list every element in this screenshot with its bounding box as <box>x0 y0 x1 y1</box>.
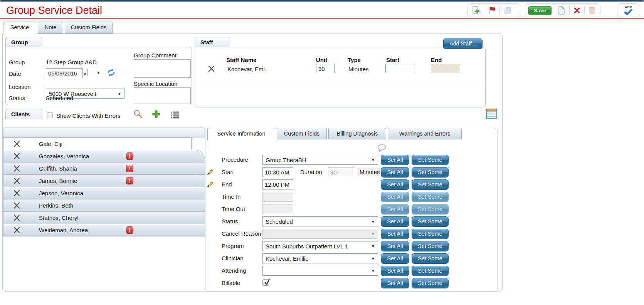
clinician-label: Clinician <box>222 255 244 261</box>
tab-detail-custom-fields[interactable]: Custom Fields <box>277 128 327 139</box>
form-row-cancel-reason: Cancel Reason ▼ Set All Set Some <box>207 229 450 239</box>
client-row[interactable]: Perkins, Beth ! <box>3 199 205 212</box>
form-row-time-out: Time Out Set All Set Some <box>207 204 450 215</box>
remove-client-icon[interactable] <box>13 165 20 173</box>
set-some-button[interactable]: Set Some <box>412 167 449 178</box>
set-some-button[interactable]: Set Some <box>412 216 449 227</box>
set-all-button[interactable]: Set All <box>381 179 409 190</box>
copy-icon[interactable] <box>502 5 513 16</box>
client-list: Gale, Ciji ! Gonzales, Veronica ! Griffi… <box>3 138 206 236</box>
chevron-down-icon: ▼ <box>118 92 121 96</box>
billable-checkbox[interactable] <box>262 279 269 286</box>
delete-trash-icon[interactable] <box>587 5 597 16</box>
clinician-select[interactable]: Kochevar, Emilie ▼ <box>262 253 378 263</box>
start-time-input[interactable] <box>262 167 293 177</box>
program-select[interactable]: South Suburbs Outpatient LVL 1 ▼ <box>262 241 378 251</box>
client-row[interactable]: Gonzales, Veronica ! <box>3 150 205 163</box>
page-title: Group Service Detail <box>6 5 102 17</box>
show-errors-checkbox[interactable] <box>47 112 53 118</box>
cancel-x-icon[interactable] <box>572 5 582 16</box>
tab-billing-diagnosis[interactable]: Billing Diagnosis <box>328 128 386 139</box>
staff-col-unit: Unit <box>316 57 327 63</box>
tab-note[interactable]: Note <box>38 22 63 34</box>
time-out-input <box>262 204 293 214</box>
add-client-icon[interactable] <box>152 110 161 120</box>
client-row[interactable]: Griffith, Shania ! <box>3 162 205 175</box>
set-all-button[interactable]: Set All <box>381 253 409 264</box>
pen-icon <box>207 169 214 177</box>
set-all-button[interactable]: Set All <box>381 278 409 288</box>
save-button[interactable]: Save <box>528 6 552 15</box>
remove-client-icon[interactable] <box>13 202 20 210</box>
set-all-button[interactable]: Set All <box>381 229 409 239</box>
refresh-icon[interactable] <box>107 69 116 78</box>
show-errors-label: Show Clients With Errors <box>56 112 121 119</box>
status-select[interactable]: Scheduled ▼ <box>262 216 378 226</box>
attending-select[interactable]: ▼ <box>262 266 378 276</box>
remove-client-icon[interactable] <box>13 153 20 161</box>
set-some-button[interactable]: Set Some <box>412 179 449 190</box>
print-preview-icon[interactable] <box>471 5 481 16</box>
end-time-input[interactable] <box>262 179 293 189</box>
client-row[interactable]: Gale, Ciji ! <box>3 137 192 150</box>
tab-service-information[interactable]: Service Information <box>207 128 275 140</box>
client-row[interactable]: James, Bonnie ! <box>3 174 205 187</box>
procedure-select[interactable]: Group TheraBH ▼ <box>262 155 378 165</box>
search-icon[interactable] <box>133 109 143 121</box>
set-all-button[interactable]: Set All <box>381 167 409 178</box>
chevron-down-icon: ▼ <box>371 244 375 248</box>
tab-service[interactable]: Service <box>3 22 36 34</box>
group-link[interactable]: 12 Step Group A&D <box>46 59 97 65</box>
date-input[interactable] <box>46 68 83 78</box>
calendar-picker-icon[interactable] <box>87 69 87 76</box>
new-document-icon[interactable] <box>557 5 567 16</box>
flag-icon[interactable] <box>486 5 497 16</box>
date-label: Date <box>9 70 21 77</box>
spellcheck-icon[interactable]: ABC <box>623 5 634 16</box>
procedure-label: Procedure <box>222 156 248 163</box>
set-all-button[interactable]: Set All <box>381 266 409 276</box>
status-label: Status <box>9 95 25 101</box>
add-staff-button[interactable]: Add Staff... <box>443 39 483 49</box>
remove-client-icon[interactable] <box>13 190 20 198</box>
client-name: Gonzales, Veronica <box>39 153 89 159</box>
set-some-button[interactable]: Set Some <box>412 253 449 264</box>
remove-client-icon[interactable] <box>13 227 20 235</box>
remove-client-icon[interactable] <box>13 215 20 223</box>
set-all-button: Set All <box>381 192 409 202</box>
set-some-button[interactable]: Set Some <box>412 155 449 165</box>
remove-staff-icon[interactable] <box>208 65 215 74</box>
pen-icon <box>207 181 214 189</box>
staff-start-input[interactable] <box>385 64 416 73</box>
set-some-button[interactable]: Set Some <box>412 278 449 288</box>
tab-warnings-and-errors[interactable]: Warnings and Errors <box>388 128 462 139</box>
set-some-button[interactable]: Set Some <box>412 241 449 251</box>
client-row[interactable]: Weideman, Andrea ! <box>3 224 205 236</box>
calendar-caret-icon[interactable]: ▼ <box>97 71 100 75</box>
calendar-view-icon[interactable] <box>486 109 497 119</box>
client-name: Weideman, Andrea <box>39 227 88 233</box>
comment-bubble-icon[interactable] <box>377 144 387 154</box>
remove-client-icon[interactable] <box>13 178 20 186</box>
list-view-icon[interactable] <box>170 111 179 120</box>
form-row-start: Start Duration Minutes Set All Set Some <box>207 167 450 178</box>
remove-client-icon[interactable] <box>13 141 20 149</box>
duration-label: Duration <box>300 169 322 175</box>
status-value: Scheduled <box>46 95 73 101</box>
staff-col-end: End <box>431 57 442 63</box>
staff-col-type: Type <box>348 57 361 63</box>
staff-row-divider <box>197 86 483 86</box>
set-some-button[interactable]: Set Some <box>412 229 449 239</box>
tab-custom-fields[interactable]: Custom Fields <box>65 22 113 34</box>
client-name: James, Bonnie <box>39 178 77 184</box>
set-some-button[interactable]: Set Some <box>412 266 449 276</box>
client-row[interactable]: Stathos, Cheryl ! <box>3 211 205 224</box>
set-all-button[interactable]: Set All <box>381 241 409 251</box>
staff-unit-input[interactable] <box>316 64 335 73</box>
set-all-button[interactable]: Set All <box>381 216 409 227</box>
client-row[interactable]: Jepson, Veronica ! <box>3 187 205 199</box>
group-comment-textarea[interactable] <box>134 59 191 78</box>
specific-location-textarea[interactable] <box>134 87 191 104</box>
toolbar-group-spellcheck: ABC <box>617 3 640 17</box>
set-all-button[interactable]: Set All <box>381 155 409 165</box>
